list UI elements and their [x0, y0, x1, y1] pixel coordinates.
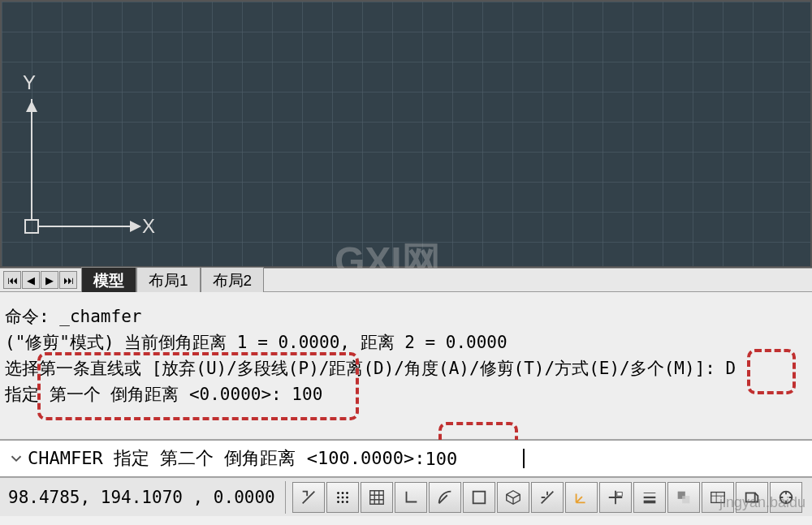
ucs-x-label: X: [142, 215, 155, 238]
command-input[interactable]: 100: [425, 449, 522, 469]
tab-nav-first[interactable]: ⏮: [3, 271, 21, 289]
dyn-button[interactable]: [599, 482, 632, 513]
chevron-down-icon: [7, 450, 25, 467]
tab-label: 布局1: [149, 272, 188, 289]
svg-point-6: [337, 501, 339, 503]
drawing-canvas[interactable]: X Y GXI网 system.com: [0, 0, 812, 268]
grid-display-icon: [368, 488, 386, 506]
osnap-icon: [470, 488, 488, 506]
ducs-button[interactable]: [565, 482, 598, 513]
command-history: 命令: _chamfer ("修剪"模式) 当前倒角距离 1 = 0.0000,…: [0, 292, 812, 440]
svg-point-3: [337, 496, 339, 498]
ucs-y-label: Y: [23, 71, 36, 94]
tab-nav-next[interactable]: ▶: [41, 271, 58, 289]
status-bar: 98.4785, 194.1070 , 0.0000 jingyan.baidu: [0, 477, 812, 516]
tab-model[interactable]: 模型: [81, 267, 136, 294]
attribution-watermark: jingyan.baidu: [719, 494, 806, 511]
svg-point-0: [337, 492, 339, 494]
history-line: 指定 第一个 倒角距离 <0.0000>: 100: [5, 381, 807, 407]
3dsnap-icon: [504, 488, 522, 506]
history-line: 命令: _chamfer: [5, 303, 807, 329]
tab-label: 模型: [93, 272, 124, 289]
tab-label: 布局2: [213, 272, 253, 289]
lineweight-icon: [641, 488, 659, 506]
svg-rect-12: [682, 496, 689, 503]
command-input-bar[interactable]: CHAMFER 指定 第二个 倒角距离 <100.0000>: 100: [0, 440, 812, 477]
tab-nav-prev[interactable]: ◀: [22, 271, 40, 289]
ortho-icon: [402, 488, 420, 506]
svg-point-8: [346, 501, 348, 503]
history-line: ("修剪"模式) 当前倒角距离 1 = 0.0000, 距离 2 = 0.000…: [5, 329, 807, 355]
text-cursor: [523, 449, 525, 468]
dyn-icon: [607, 488, 624, 506]
3dsnap-button[interactable]: [497, 482, 529, 513]
tab-layout1[interactable]: 布局1: [136, 267, 201, 294]
svg-point-7: [341, 501, 343, 503]
otrack-button[interactable]: [531, 482, 564, 513]
transparency-icon: [675, 488, 693, 506]
coordinates-display[interactable]: 98.4785, 194.1070 , 0.0000: [0, 488, 283, 507]
transparency-button[interactable]: [667, 482, 700, 513]
svg-point-1: [341, 492, 343, 494]
snap-grid-icon: [334, 488, 352, 506]
svg-point-2: [346, 492, 348, 494]
tab-nav-last[interactable]: ⏭: [59, 271, 77, 289]
layout-tab-bar: ⏮ ◀ ▶ ⏭ 模型 布局1 布局2: [0, 268, 812, 292]
svg-rect-9: [473, 491, 485, 503]
history-line: 选择第一条直线或 [放弃(U)/多段线(P)/距离(D)/角度(A)/修剪(T)…: [5, 355, 807, 381]
polar-icon: [436, 488, 454, 506]
command-history-toggle[interactable]: [5, 447, 28, 470]
tab-layout2[interactable]: 布局2: [201, 267, 265, 294]
svg-point-5: [346, 496, 348, 498]
ortho-button[interactable]: [395, 482, 427, 513]
polar-button[interactable]: [429, 482, 461, 513]
ducs-icon: [572, 488, 590, 506]
otrack-icon: [538, 488, 556, 506]
infer-constraints-button[interactable]: [292, 482, 325, 513]
lineweight-button[interactable]: [633, 482, 666, 513]
ucs-icon: X Y: [24, 96, 138, 234]
snap-button[interactable]: [326, 482, 359, 513]
command-prompt: CHAMFER 指定 第二个 倒角距离 <100.0000>:: [28, 446, 425, 471]
infer-constraints-icon: [300, 488, 317, 506]
osnap-button[interactable]: [463, 482, 495, 513]
svg-point-4: [341, 496, 343, 498]
svg-rect-10: [617, 492, 622, 496]
grid-button[interactable]: [361, 482, 393, 513]
